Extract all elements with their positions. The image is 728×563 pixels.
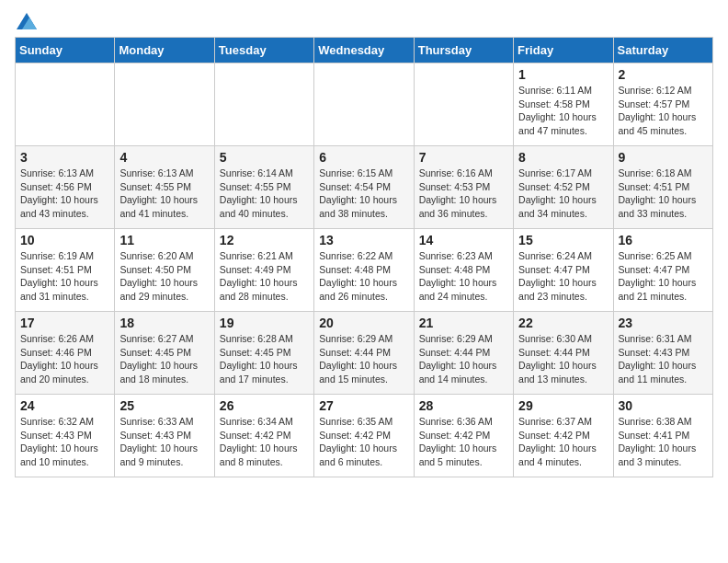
calendar-week-1: 1Sunrise: 6:11 AM Sunset: 4:58 PM Daylig…: [16, 63, 713, 146]
day-info: Sunrise: 6:37 AM Sunset: 4:42 PM Dayligh…: [518, 415, 608, 469]
calendar-cell: 19Sunrise: 6:28 AM Sunset: 4:45 PM Dayli…: [214, 312, 313, 395]
day-number: 27: [319, 398, 408, 413]
day-info: Sunrise: 6:36 AM Sunset: 4:42 PM Dayligh…: [419, 415, 508, 469]
page-header: [15, 15, 713, 26]
day-number: 10: [20, 233, 109, 247]
day-info: Sunrise: 6:30 AM Sunset: 4:44 PM Dayligh…: [518, 332, 608, 386]
day-number: 13: [319, 233, 408, 247]
calendar-cell: 18Sunrise: 6:27 AM Sunset: 4:45 PM Dayli…: [115, 312, 214, 395]
day-info: Sunrise: 6:35 AM Sunset: 4:42 PM Dayligh…: [319, 415, 408, 469]
day-number: 18: [119, 316, 209, 330]
calendar-cell: 17Sunrise: 6:26 AM Sunset: 4:46 PM Dayli…: [16, 312, 115, 395]
calendar-header-tuesday: Tuesday: [214, 38, 313, 63]
day-number: 2: [619, 67, 708, 82]
calendar-week-3: 10Sunrise: 6:19 AM Sunset: 4:51 PM Dayli…: [16, 229, 713, 312]
calendar-cell: 28Sunrise: 6:36 AM Sunset: 4:42 PM Dayli…: [414, 395, 513, 477]
calendar-cell: [414, 63, 513, 146]
day-number: 8: [518, 150, 608, 165]
calendar-cell: 1Sunrise: 6:11 AM Sunset: 4:58 PM Daylig…: [514, 63, 613, 146]
day-info: Sunrise: 6:24 AM Sunset: 4:47 PM Dayligh…: [518, 249, 608, 304]
logo: [15, 15, 37, 26]
calendar-header-friday: Friday: [514, 38, 613, 63]
calendar-cell: 25Sunrise: 6:33 AM Sunset: 4:43 PM Dayli…: [115, 395, 214, 477]
calendar-cell: [214, 63, 313, 146]
day-info: Sunrise: 6:38 AM Sunset: 4:41 PM Dayligh…: [619, 415, 708, 469]
calendar-cell: 21Sunrise: 6:29 AM Sunset: 4:44 PM Dayli…: [414, 312, 513, 395]
day-info: Sunrise: 6:28 AM Sunset: 4:45 PM Dayligh…: [220, 332, 309, 386]
day-info: Sunrise: 6:20 AM Sunset: 4:50 PM Dayligh…: [119, 249, 209, 304]
calendar-cell: 8Sunrise: 6:17 AM Sunset: 4:52 PM Daylig…: [514, 146, 613, 229]
calendar-header-thursday: Thursday: [414, 38, 513, 63]
calendar-cell: 15Sunrise: 6:24 AM Sunset: 4:47 PM Dayli…: [514, 229, 613, 312]
day-number: 9: [619, 150, 708, 165]
day-number: 22: [518, 316, 608, 330]
day-number: 29: [518, 398, 608, 413]
day-number: 15: [518, 233, 608, 247]
day-info: Sunrise: 6:25 AM Sunset: 4:47 PM Dayligh…: [619, 249, 708, 304]
calendar-cell: 22Sunrise: 6:30 AM Sunset: 4:44 PM Dayli…: [514, 312, 613, 395]
calendar-cell: 10Sunrise: 6:19 AM Sunset: 4:51 PM Dayli…: [16, 229, 115, 312]
calendar-cell: 26Sunrise: 6:34 AM Sunset: 4:42 PM Dayli…: [214, 395, 313, 477]
calendar-cell: 23Sunrise: 6:31 AM Sunset: 4:43 PM Dayli…: [613, 312, 712, 395]
calendar-cell: 3Sunrise: 6:13 AM Sunset: 4:56 PM Daylig…: [16, 146, 115, 229]
day-number: 17: [20, 316, 109, 330]
day-number: 3: [20, 150, 109, 165]
day-info: Sunrise: 6:17 AM Sunset: 4:52 PM Dayligh…: [518, 167, 608, 221]
calendar-cell: 7Sunrise: 6:16 AM Sunset: 4:53 PM Daylig…: [414, 146, 513, 229]
day-info: Sunrise: 6:13 AM Sunset: 4:55 PM Dayligh…: [119, 167, 209, 221]
calendar-cell: 9Sunrise: 6:18 AM Sunset: 4:51 PM Daylig…: [613, 146, 712, 229]
calendar-cell: 24Sunrise: 6:32 AM Sunset: 4:43 PM Dayli…: [16, 395, 115, 477]
day-info: Sunrise: 6:23 AM Sunset: 4:48 PM Dayligh…: [419, 249, 508, 304]
calendar-cell: 29Sunrise: 6:37 AM Sunset: 4:42 PM Dayli…: [514, 395, 613, 477]
calendar-cell: 12Sunrise: 6:21 AM Sunset: 4:49 PM Dayli…: [214, 229, 313, 312]
day-info: Sunrise: 6:19 AM Sunset: 4:51 PM Dayligh…: [20, 249, 109, 304]
day-info: Sunrise: 6:26 AM Sunset: 4:46 PM Dayligh…: [20, 332, 109, 386]
day-info: Sunrise: 6:18 AM Sunset: 4:51 PM Dayligh…: [619, 167, 708, 221]
calendar-table: SundayMondayTuesdayWednesdayThursdayFrid…: [15, 37, 713, 477]
day-number: 28: [419, 398, 508, 413]
calendar-header-monday: Monday: [115, 38, 214, 63]
day-number: 24: [20, 398, 109, 413]
day-info: Sunrise: 6:29 AM Sunset: 4:44 PM Dayligh…: [419, 332, 508, 386]
day-number: 1: [518, 67, 608, 82]
day-info: Sunrise: 6:32 AM Sunset: 4:43 PM Dayligh…: [20, 415, 109, 469]
day-info: Sunrise: 6:15 AM Sunset: 4:54 PM Dayligh…: [319, 167, 408, 221]
calendar-cell: 14Sunrise: 6:23 AM Sunset: 4:48 PM Dayli…: [414, 229, 513, 312]
day-number: 4: [119, 150, 209, 165]
day-info: Sunrise: 6:27 AM Sunset: 4:45 PM Dayligh…: [119, 332, 209, 386]
calendar-header-saturday: Saturday: [613, 38, 712, 63]
day-number: 26: [220, 398, 309, 413]
day-info: Sunrise: 6:12 AM Sunset: 4:57 PM Dayligh…: [619, 84, 708, 138]
calendar-cell: 30Sunrise: 6:38 AM Sunset: 4:41 PM Dayli…: [613, 395, 712, 477]
day-number: 6: [319, 150, 408, 165]
calendar-cell: 20Sunrise: 6:29 AM Sunset: 4:44 PM Dayli…: [314, 312, 414, 395]
day-info: Sunrise: 6:21 AM Sunset: 4:49 PM Dayligh…: [220, 249, 309, 304]
calendar-week-2: 3Sunrise: 6:13 AM Sunset: 4:56 PM Daylig…: [16, 146, 713, 229]
calendar-cell: [115, 63, 214, 146]
calendar-header-sunday: Sunday: [16, 38, 115, 63]
day-number: 7: [419, 150, 508, 165]
calendar-cell: 5Sunrise: 6:14 AM Sunset: 4:55 PM Daylig…: [214, 146, 313, 229]
calendar-cell: 6Sunrise: 6:15 AM Sunset: 4:54 PM Daylig…: [314, 146, 414, 229]
calendar-header-row: SundayMondayTuesdayWednesdayThursdayFrid…: [16, 38, 713, 63]
day-number: 21: [419, 316, 508, 330]
calendar-cell: 4Sunrise: 6:13 AM Sunset: 4:55 PM Daylig…: [115, 146, 214, 229]
day-number: 5: [220, 150, 309, 165]
day-info: Sunrise: 6:14 AM Sunset: 4:55 PM Dayligh…: [220, 167, 309, 221]
day-number: 30: [619, 398, 708, 413]
calendar-body: 1Sunrise: 6:11 AM Sunset: 4:58 PM Daylig…: [16, 63, 713, 477]
calendar-header-wednesday: Wednesday: [314, 38, 414, 63]
day-info: Sunrise: 6:33 AM Sunset: 4:43 PM Dayligh…: [119, 415, 209, 469]
day-info: Sunrise: 6:11 AM Sunset: 4:58 PM Dayligh…: [518, 84, 608, 138]
calendar-cell: 27Sunrise: 6:35 AM Sunset: 4:42 PM Dayli…: [314, 395, 414, 477]
calendar-cell: [314, 63, 414, 146]
calendar-cell: 16Sunrise: 6:25 AM Sunset: 4:47 PM Dayli…: [613, 229, 712, 312]
day-number: 19: [220, 316, 309, 330]
calendar-week-5: 24Sunrise: 6:32 AM Sunset: 4:43 PM Dayli…: [16, 395, 713, 477]
day-number: 25: [119, 398, 209, 413]
day-info: Sunrise: 6:16 AM Sunset: 4:53 PM Dayligh…: [419, 167, 508, 221]
day-number: 11: [119, 233, 209, 247]
day-number: 12: [220, 233, 309, 247]
day-number: 14: [419, 233, 508, 247]
calendar-cell: 11Sunrise: 6:20 AM Sunset: 4:50 PM Dayli…: [115, 229, 214, 312]
